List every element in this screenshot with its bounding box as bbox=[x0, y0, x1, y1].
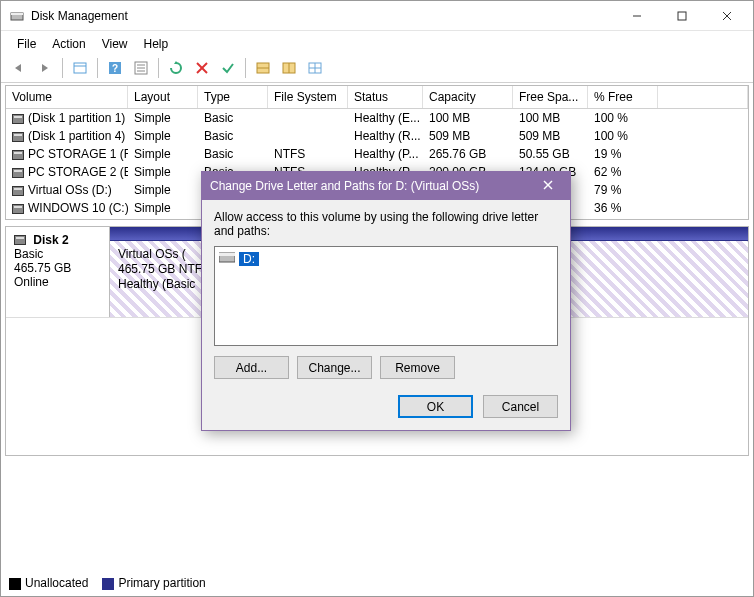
col-type[interactable]: Type bbox=[198, 86, 268, 108]
layout1-icon[interactable] bbox=[251, 56, 275, 80]
refresh-icon[interactable] bbox=[164, 56, 188, 80]
show-list-icon[interactable] bbox=[68, 56, 92, 80]
col-status[interactable]: Status bbox=[348, 86, 423, 108]
cell: Simple bbox=[128, 110, 198, 126]
cell: 36 % bbox=[588, 200, 658, 216]
menubar: File Action View Help bbox=[1, 31, 753, 53]
cell: Basic bbox=[198, 128, 268, 144]
toolbar-separator bbox=[62, 58, 63, 78]
disk-status: Online bbox=[14, 275, 49, 289]
dialog-title: Change Drive Letter and Paths for D: (Vi… bbox=[210, 179, 479, 193]
drive-icon bbox=[219, 251, 235, 266]
cell: 79 % bbox=[588, 182, 658, 198]
dialog-paths-list[interactable]: D: bbox=[214, 246, 558, 346]
disk-size: 465.75 GB bbox=[14, 261, 71, 275]
legend-label: Primary partition bbox=[118, 576, 205, 590]
table-row[interactable]: (Disk 1 partition 4) Simple Basic Health… bbox=[6, 127, 748, 145]
layout3-icon[interactable] bbox=[303, 56, 327, 80]
cell: (Disk 1 partition 4) bbox=[28, 129, 125, 143]
apply-icon[interactable] bbox=[216, 56, 240, 80]
remove-button[interactable]: Remove bbox=[380, 356, 455, 379]
volume-icon bbox=[12, 168, 24, 178]
cell: 100 MB bbox=[513, 110, 588, 126]
cell bbox=[268, 135, 348, 137]
col-filesystem[interactable]: File System bbox=[268, 86, 348, 108]
toolbar-separator bbox=[245, 58, 246, 78]
dialog-titlebar[interactable]: Change Drive Letter and Paths for D: (Vi… bbox=[202, 172, 570, 200]
dialog-instruction: Allow access to this volume by using the… bbox=[214, 210, 558, 238]
add-button[interactable]: Add... bbox=[214, 356, 289, 379]
cell: WINDOWS 10 (C:) bbox=[28, 201, 128, 215]
menu-file[interactable]: File bbox=[9, 35, 44, 53]
minimize-button[interactable] bbox=[614, 1, 659, 30]
col-layout[interactable]: Layout bbox=[128, 86, 198, 108]
svg-rect-3 bbox=[678, 12, 686, 20]
change-button[interactable]: Change... bbox=[297, 356, 372, 379]
table-header-row: Volume Layout Type File System Status Ca… bbox=[6, 86, 748, 109]
svg-rect-1 bbox=[11, 13, 23, 15]
cell: Simple bbox=[128, 146, 198, 162]
help-icon[interactable]: ? bbox=[103, 56, 127, 80]
dialog-close-icon[interactable] bbox=[534, 179, 562, 193]
partition-name: Virtual OSs ( bbox=[118, 247, 186, 261]
properties-icon[interactable] bbox=[129, 56, 153, 80]
disk-type: Basic bbox=[14, 247, 43, 261]
col-capacity[interactable]: Capacity bbox=[423, 86, 513, 108]
cell: PC STORAGE 2 (E:) bbox=[28, 165, 128, 179]
col-spacer bbox=[658, 86, 748, 108]
cell: Simple bbox=[128, 182, 198, 198]
volume-icon bbox=[12, 204, 24, 214]
cell: Healthy (R... bbox=[348, 128, 423, 144]
svg-rect-6 bbox=[74, 63, 86, 73]
menu-action[interactable]: Action bbox=[44, 35, 93, 53]
app-icon bbox=[9, 8, 25, 24]
cell: Healthy (E... bbox=[348, 110, 423, 126]
list-item[interactable]: D: bbox=[219, 251, 553, 266]
titlebar: Disk Management bbox=[1, 1, 753, 31]
table-row[interactable]: (Disk 1 partition 1) Simple Basic Health… bbox=[6, 109, 748, 127]
cell: Simple bbox=[128, 200, 198, 216]
col-volume[interactable]: Volume bbox=[6, 86, 128, 108]
legend-primary: Primary partition bbox=[102, 576, 205, 590]
partition-status: Healthy (Basic bbox=[118, 277, 195, 291]
ok-button[interactable]: OK bbox=[398, 395, 473, 418]
col-free[interactable]: Free Spa... bbox=[513, 86, 588, 108]
cell: 509 MB bbox=[423, 128, 513, 144]
toolbar-separator bbox=[97, 58, 98, 78]
partition-size: 465.75 GB NTF bbox=[118, 262, 202, 276]
svg-text:?: ? bbox=[112, 63, 118, 74]
disk-summary[interactable]: Disk 2 Basic 465.75 GB Online bbox=[6, 227, 110, 317]
table-row[interactable]: PC STORAGE 1 (F:) Simple Basic NTFS Heal… bbox=[6, 145, 748, 163]
back-icon[interactable] bbox=[7, 56, 31, 80]
close-button[interactable] bbox=[704, 1, 749, 30]
cell: Simple bbox=[128, 164, 198, 180]
layout2-icon[interactable] bbox=[277, 56, 301, 80]
cell: 100 MB bbox=[423, 110, 513, 126]
maximize-button[interactable] bbox=[659, 1, 704, 30]
cell bbox=[268, 117, 348, 119]
volume-icon bbox=[12, 150, 24, 160]
menu-view[interactable]: View bbox=[94, 35, 136, 53]
volume-icon bbox=[12, 186, 24, 196]
toolbar-separator bbox=[158, 58, 159, 78]
forward-icon[interactable] bbox=[33, 56, 57, 80]
toolbar: ? bbox=[1, 53, 753, 83]
cell: 50.55 GB bbox=[513, 146, 588, 162]
volume-icon bbox=[12, 132, 24, 142]
cell: Basic bbox=[198, 110, 268, 126]
cell: Basic bbox=[198, 146, 268, 162]
menu-help[interactable]: Help bbox=[136, 35, 177, 53]
col-pctfree[interactable]: % Free bbox=[588, 86, 658, 108]
disk-name: Disk 2 bbox=[33, 233, 68, 247]
cell: Virtual OSs (D:) bbox=[28, 183, 112, 197]
cell: 265.76 GB bbox=[423, 146, 513, 162]
svg-rect-26 bbox=[219, 253, 235, 256]
drive-letter-selected: D: bbox=[239, 252, 259, 266]
cell: 62 % bbox=[588, 164, 658, 180]
cancel-button[interactable]: Cancel bbox=[483, 395, 558, 418]
legend: Unallocated Primary partition bbox=[9, 576, 206, 590]
cell: 19 % bbox=[588, 146, 658, 162]
cell: NTFS bbox=[268, 146, 348, 162]
delete-icon[interactable] bbox=[190, 56, 214, 80]
cell: Simple bbox=[128, 128, 198, 144]
